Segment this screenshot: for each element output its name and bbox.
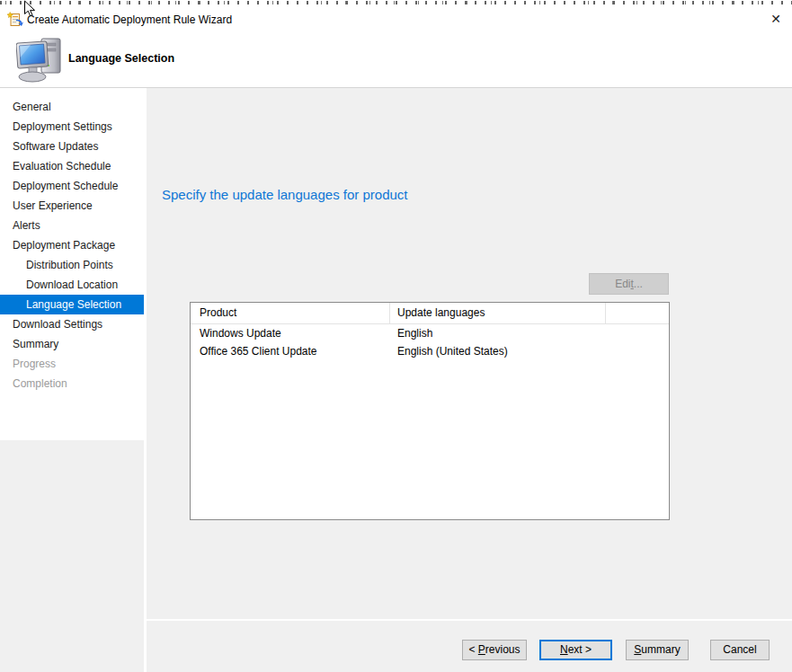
cancel-button[interactable]: Cancel — [710, 640, 770, 660]
sidebar-item-alerts[interactable]: Alerts — [0, 216, 144, 235]
edit-button-ellipsis: ... — [634, 278, 643, 290]
previous-label: < — [468, 643, 477, 656]
sidebar-item-deployment-settings[interactable]: Deployment Settings — [0, 117, 144, 137]
sidebar-item-language-selection[interactable]: Language Selection — [0, 295, 144, 314]
table-header-row: Product Update languages — [191, 303, 669, 324]
previous-mnemonic: P — [478, 643, 485, 656]
wizard-window: Create Automatic Deployment Rule Wizard … — [0, 0, 792, 672]
previous-button[interactable]: < Previous — [462, 640, 527, 660]
sidebar-item-download-location[interactable]: Download Location — [0, 275, 144, 295]
sidebar-item-deployment-schedule[interactable]: Deployment Schedule — [0, 176, 144, 196]
wizard-header: Language Selection — [0, 31, 792, 87]
next-mnemonic: N — [560, 643, 568, 656]
sidebar-item-distribution-points[interactable]: Distribution Points — [0, 255, 144, 275]
summary-label-rest: ummary — [641, 643, 680, 656]
wizard-body: General Deployment Settings Software Upd… — [0, 88, 792, 672]
page-title: Language Selection — [68, 52, 174, 65]
table-row[interactable]: Windows Update English — [191, 324, 669, 342]
previous-label-rest: revious — [485, 643, 521, 656]
sidebar-item-completion: Completion — [0, 374, 144, 393]
page-heading: Specify the update languages for product — [162, 187, 408, 202]
next-button[interactable]: Next > — [539, 640, 612, 660]
column-header-update-languages[interactable]: Update languages — [390, 303, 606, 323]
footer-divider — [147, 619, 792, 621]
product-cell: Office 365 Client Update — [191, 342, 390, 360]
computer-icon — [16, 35, 66, 84]
wizard-icon — [7, 12, 23, 28]
sidebar-item-software-updates[interactable]: Software Updates — [0, 137, 144, 156]
sidebar-item-download-settings[interactable]: Download Settings — [0, 314, 144, 334]
title-bar: Create Automatic Deployment Rule Wizard … — [0, 4, 792, 31]
edit-button: Edit... — [589, 273, 669, 295]
column-header-product[interactable]: Product — [191, 303, 390, 323]
sidebar-item-general[interactable]: General — [0, 97, 144, 117]
sidebar-divider — [144, 88, 147, 672]
sidebar-item-evaluation-schedule[interactable]: Evaluation Schedule — [0, 156, 144, 176]
language-table: Product Update languages Windows Update … — [190, 302, 670, 520]
languages-cell: English — [390, 324, 606, 342]
sidebar-item-summary[interactable]: Summary — [0, 334, 144, 354]
edit-button-label: Edi — [615, 278, 630, 290]
languages-cell: English (United States) — [390, 342, 606, 360]
product-cell: Windows Update — [191, 324, 390, 342]
window-title: Create Automatic Deployment Rule Wizard — [27, 13, 232, 26]
wizard-steps-nav: General Deployment Settings Software Upd… — [0, 97, 144, 393]
close-icon[interactable]: ✕ — [765, 9, 787, 29]
sidebar-item-user-experience[interactable]: User Experience — [0, 196, 144, 216]
summary-button[interactable]: Summary — [626, 640, 689, 660]
next-label-rest: ext > — [568, 643, 592, 656]
sidebar-item-progress: Progress — [0, 354, 144, 374]
table-row[interactable]: Office 365 Client Update English (United… — [191, 342, 669, 360]
column-header-empty[interactable] — [606, 303, 669, 323]
sidebar-item-deployment-package[interactable]: Deployment Package — [0, 235, 144, 255]
